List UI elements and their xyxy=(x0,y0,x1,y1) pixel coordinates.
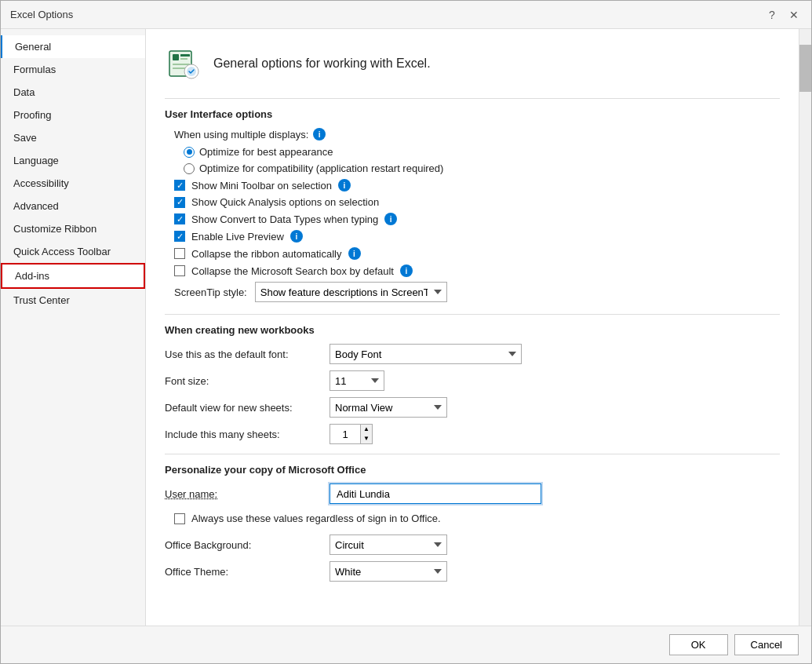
close-button[interactable]: ✕ xyxy=(786,7,802,23)
checkbox-collapse-search[interactable] xyxy=(174,265,185,276)
username-input[interactable] xyxy=(330,483,541,504)
info-icon-collapse-search[interactable]: i xyxy=(400,265,413,277)
user-interface-section: User Interface options When using multip… xyxy=(165,108,780,305)
username-label: User name: xyxy=(165,488,322,500)
spinner-up-button[interactable]: ▲ xyxy=(361,425,372,434)
screentip-row: ScreenTip style: Show feature descriptio… xyxy=(174,279,780,305)
dialog-body: General Formulas Data Proofing Save Lang… xyxy=(1,29,811,626)
show-mini-toolbar-row: ✓ Show Mini Toolbar on selection i xyxy=(174,177,780,194)
spinner-buttons: ▲ ▼ xyxy=(361,424,373,444)
username-row: User name: xyxy=(165,483,780,504)
checkbox-convert[interactable]: ✓ xyxy=(174,213,185,224)
collapse-ribbon-row: Collapse the ribbon automatically i xyxy=(174,245,780,262)
divider-2 xyxy=(165,314,780,315)
show-quick-analysis-row: ✓ Show Quick Analysis options on selecti… xyxy=(174,194,780,210)
section-title-personalize: Personalize your copy of Microsoft Offic… xyxy=(165,464,780,476)
show-convert-row: ✓ Show Convert to Data Types when typing… xyxy=(174,210,780,228)
sheets-count-row: Include this many sheets: ▲ ▼ xyxy=(165,424,780,444)
dialog-footer: OK Cancel xyxy=(1,626,811,663)
divider-3 xyxy=(165,454,780,454)
default-font-label: Use this as the default font: xyxy=(165,348,322,360)
personalize-section: Personalize your copy of Microsoft Offic… xyxy=(165,464,780,582)
checkbox-mini-toolbar[interactable]: ✓ xyxy=(174,180,185,191)
checkbox-quick-analysis[interactable]: ✓ xyxy=(174,197,185,208)
office-theme-label: Office Theme: xyxy=(165,566,322,578)
ok-button[interactable]: OK xyxy=(669,634,728,655)
sidebar-item-trust-center[interactable]: Trust Center xyxy=(1,289,145,312)
title-bar-controls: ? ✕ xyxy=(764,7,802,23)
office-theme-dropdown[interactable]: White Dark Gray Black Colorful xyxy=(330,561,447,582)
sheets-spinner: ▲ ▼ xyxy=(330,424,373,444)
sidebar: General Formulas Data Proofing Save Lang… xyxy=(1,29,146,626)
section-title-ui: User Interface options xyxy=(165,108,780,120)
main-header: General options for working with Excel. xyxy=(165,45,780,82)
scroll-thumb xyxy=(799,45,811,92)
multiple-displays-label: When using multiple displays: i xyxy=(174,128,780,140)
sidebar-item-general[interactable]: General xyxy=(1,35,145,58)
spinner-down-button[interactable]: ▼ xyxy=(361,434,372,443)
divider-1 xyxy=(165,98,780,99)
default-view-row: Default view for new sheets: Normal View… xyxy=(165,397,780,418)
help-button[interactable]: ? xyxy=(764,7,780,23)
default-font-dropdown[interactable]: Body Font Arial Calibri Times New Roman xyxy=(330,344,522,364)
sidebar-item-proofing[interactable]: Proofing xyxy=(1,104,145,126)
checkbox-live-preview[interactable]: ✓ xyxy=(174,231,185,242)
radio-optimize-appearance[interactable]: Optimize for best appearance xyxy=(184,144,780,160)
checkbox-always-use[interactable] xyxy=(174,513,185,524)
sheets-label: Include this many sheets: xyxy=(165,429,322,440)
radio-unselected-icon[interactable] xyxy=(184,163,195,174)
default-view-label: Default view for new sheets: xyxy=(165,402,322,414)
info-icon-live-preview[interactable]: i xyxy=(290,230,303,243)
sidebar-item-add-ins[interactable]: Add-ins xyxy=(1,263,145,289)
svg-rect-1 xyxy=(173,54,179,60)
cancel-button[interactable]: Cancel xyxy=(734,634,799,655)
office-bg-dropdown[interactable]: Circuit Clouds None xyxy=(330,534,447,555)
section-title-workbooks: When creating new workbooks xyxy=(165,324,780,336)
enable-live-preview-row: ✓ Enable Live Preview i xyxy=(174,228,780,245)
header-title: General options for working with Excel. xyxy=(213,57,431,71)
info-icon-collapse-ribbon[interactable]: i xyxy=(348,247,361,260)
excel-options-dialog: Excel Options ? ✕ General Formulas Data … xyxy=(0,0,812,664)
default-view-dropdown[interactable]: Normal View Page Break Preview Page Layo… xyxy=(330,397,447,418)
scrollbar[interactable] xyxy=(799,29,811,626)
office-bg-label: Office Background: xyxy=(165,539,322,551)
default-font-row: Use this as the default font: Body Font … xyxy=(165,344,780,364)
sidebar-item-formulas[interactable]: Formulas xyxy=(1,58,145,81)
main-content: General options for working with Excel. … xyxy=(146,29,799,626)
svg-rect-2 xyxy=(180,54,190,57)
radio-optimize-compatibility[interactable]: Optimize for compatibility (application … xyxy=(184,160,780,177)
font-size-dropdown[interactable]: 11 8 9 10 12 xyxy=(330,370,384,391)
svg-rect-3 xyxy=(180,58,188,60)
sheets-input[interactable] xyxy=(330,424,361,444)
info-icon-mini-toolbar[interactable]: i xyxy=(338,179,351,192)
office-bg-row: Office Background: Circuit Clouds None xyxy=(165,534,780,555)
screentip-dropdown[interactable]: Show feature descriptions in ScreenTips … xyxy=(255,282,447,302)
info-icon-multiple[interactable]: i xyxy=(313,128,326,140)
checkbox-collapse-ribbon[interactable] xyxy=(174,248,185,259)
always-use-row: Always use these values regardless of si… xyxy=(174,510,780,527)
sidebar-item-save[interactable]: Save xyxy=(1,126,145,149)
radio-selected-icon[interactable] xyxy=(184,147,195,158)
title-bar: Excel Options ? ✕ xyxy=(1,1,811,29)
dialog-title: Excel Options xyxy=(10,9,73,20)
sidebar-item-language[interactable]: Language xyxy=(1,149,145,172)
sidebar-item-accessibility[interactable]: Accessibility xyxy=(1,172,145,195)
svg-rect-4 xyxy=(173,64,190,65)
sidebar-item-data[interactable]: Data xyxy=(1,81,145,104)
new-workbooks-section: When creating new workbooks Use this as … xyxy=(165,324,780,444)
info-icon-convert[interactable]: i xyxy=(384,213,397,225)
office-theme-row: Office Theme: White Dark Gray Black Colo… xyxy=(165,561,780,582)
options-icon xyxy=(165,45,202,82)
font-size-label: Font size: xyxy=(165,375,322,387)
font-size-row: Font size: 11 8 9 10 12 xyxy=(165,370,780,391)
sidebar-item-quick-access-toolbar[interactable]: Quick Access Toolbar xyxy=(1,240,145,263)
sidebar-item-advanced[interactable]: Advanced xyxy=(1,195,145,217)
collapse-search-row: Collapse the Microsoft Search box by def… xyxy=(174,262,780,279)
sidebar-item-customize-ribbon[interactable]: Customize Ribbon xyxy=(1,217,145,240)
